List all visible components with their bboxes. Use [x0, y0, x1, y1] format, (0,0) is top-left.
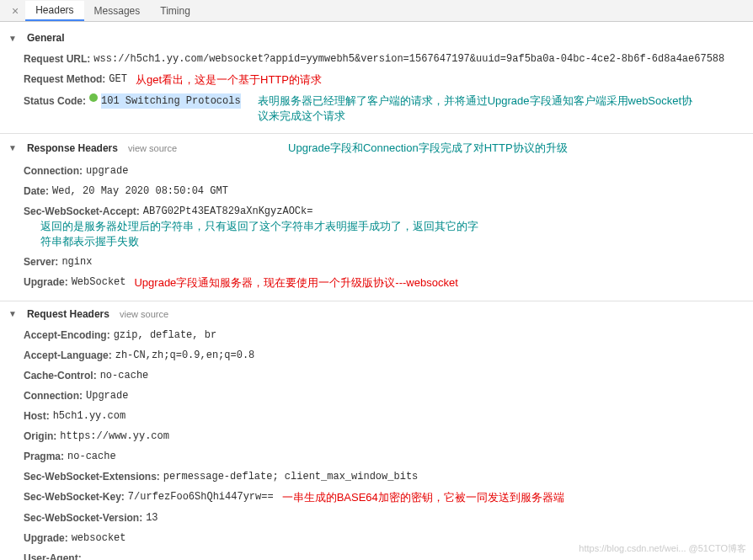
- label: Connection:: [24, 388, 83, 403]
- headers-panel: ▼ General Request URL: wss://h5ch1.yy.co…: [0, 22, 753, 560]
- annotation: Upgrade字段和Connection字段完成了对HTTP协议的升级: [288, 141, 568, 156]
- value: Wed, 20 May 2020 08:50:04 GMT: [52, 184, 228, 199]
- label: Upgrade:: [24, 275, 68, 290]
- label: Request Method:: [24, 72, 105, 87]
- row-request-url: Request URL: wss://h5ch1.yy.com/websocke…: [8, 49, 745, 69]
- status-dot-icon: [89, 93, 98, 102]
- annotation: 返回的是服务器处理后的字符串，只有返回了这个字符串才表明握手成功了，返回其它的字…: [40, 219, 478, 249]
- section-response-headers: ▼ Response Headers view source Upgrade字段…: [0, 133, 753, 301]
- tab-messages[interactable]: Messages: [84, 2, 151, 20]
- value: Upgrade: [86, 388, 128, 403]
- label: Status Code:: [24, 93, 86, 109]
- row-upgrade: Upgrade: WebSocket Upgrade字段通知服务器，现在要使用一…: [8, 272, 745, 294]
- value: websocket: [72, 531, 126, 546]
- value: no-cache: [67, 449, 116, 464]
- label: Date:: [24, 184, 49, 199]
- chevron-down-icon[interactable]: ▼: [8, 34, 17, 43]
- value: h5ch1.yy.com: [53, 408, 125, 424]
- row-request-method: Request Method: GET 从get看出，这是一个基于HTTP的请求: [8, 69, 745, 91]
- value: https://www.yy.com: [60, 429, 169, 444]
- label: Upgrade:: [24, 531, 68, 546]
- value: GET: [109, 72, 127, 87]
- label: Cache-Control:: [24, 368, 97, 383]
- value: zh-CN,zh;q=0.9,en;q=0.8: [115, 348, 255, 363]
- view-source-link[interactable]: view source: [120, 309, 168, 319]
- value: 13: [146, 510, 158, 525]
- value: 101 Switching Protocols: [101, 93, 241, 109]
- value: gzip, deflate, br: [114, 328, 216, 343]
- section-title-general: General: [27, 32, 65, 44]
- value: WebSocket: [72, 275, 126, 290]
- value: upgrade: [86, 163, 128, 179]
- label: Sec-WebSocket-Extensions:: [24, 469, 160, 484]
- label: Pragma:: [24, 449, 64, 464]
- tab-headers[interactable]: Headers: [25, 1, 83, 21]
- annotation: 从get看出，这是一个基于HTTP的请求: [136, 72, 322, 88]
- label: Accept-Encoding:: [24, 328, 110, 343]
- annotation: 表明服务器已经理解了客户端的请求，并将通过Upgrade字段通知客户端采用web…: [258, 93, 696, 124]
- row-sec-websocket-accept: Sec-WebSocket-Accept: AB7G02Pt43EAT829aX…: [8, 201, 745, 252]
- label: Sec-WebSocket-Version:: [24, 510, 142, 525]
- close-icon[interactable]: ×: [5, 4, 25, 18]
- section-request-headers: ▼ Request Headers view source Accept-Enc…: [0, 301, 753, 560]
- value: nginx: [61, 254, 92, 269]
- value: permessage-deflate; client_max_window_bi…: [163, 469, 418, 484]
- view-source-link[interactable]: view source: [128, 143, 177, 153]
- value: no-cache: [100, 368, 149, 383]
- tab-bar: × Headers Messages Timing: [0, 0, 753, 22]
- label: Sec-WebSocket-Key:: [24, 489, 125, 504]
- chevron-down-icon[interactable]: ▼: [8, 309, 17, 318]
- section-title-response: Response Headers: [27, 142, 118, 154]
- section-title-request: Request Headers: [27, 308, 109, 320]
- value: wss://h5ch1.yy.com/websocket?appid=yymwe…: [93, 51, 724, 67]
- label: Origin:: [24, 429, 56, 444]
- label: Sec-WebSocket-Accept:: [24, 204, 140, 219]
- value: AB7G02Pt43EAT829aXnKgyzAOCk=: [143, 204, 313, 219]
- chevron-down-icon[interactable]: ▼: [8, 143, 17, 152]
- label: Server:: [24, 254, 58, 269]
- tab-timing[interactable]: Timing: [150, 2, 200, 20]
- label: Accept-Language:: [24, 348, 112, 363]
- label: Request URL:: [24, 51, 90, 67]
- label: Connection:: [24, 163, 83, 179]
- row-sec-websocket-key: Sec-WebSocket-Key: 7/urfezFoo6ShQhi447yr…: [8, 487, 745, 509]
- section-general: ▼ General Request URL: wss://h5ch1.yy.co…: [0, 25, 753, 133]
- label: User-Agent:: [24, 551, 82, 560]
- annotation: 一串生成的BASE64加密的密钥，它被一同发送到服务器端: [282, 489, 564, 506]
- annotation: Upgrade字段通知服务器，现在要使用一个升级版协议---websocket: [134, 275, 457, 291]
- value: 7/urfezFoo6ShQhi447yrw==: [128, 489, 274, 504]
- label: Host:: [24, 408, 50, 424]
- row-status-code: Status Code: 101 Switching Protocols 表明服…: [8, 91, 745, 126]
